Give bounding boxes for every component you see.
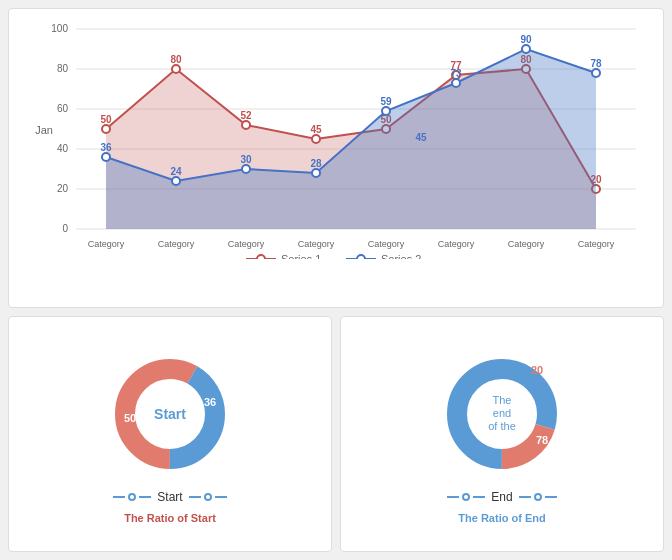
svg-text:80: 80 <box>170 54 182 65</box>
series2-dot <box>102 153 110 161</box>
donut-center-start: Start <box>154 406 186 423</box>
svg-text:20: 20 <box>57 183 69 194</box>
donut-val-78: 78 <box>536 434 548 446</box>
donut-card-end: 20 78 Theendof the End The Ra <box>340 316 664 552</box>
legend-line-left <box>113 496 125 498</box>
svg-point-38 <box>257 255 265 259</box>
svg-text:80: 80 <box>57 63 69 74</box>
donut-end: 20 78 Theendof the <box>432 344 572 484</box>
donut-val-36: 36 <box>204 396 216 408</box>
donut-start: 50 36 Start <box>100 344 240 484</box>
series1-dot <box>242 121 250 129</box>
svg-text:Category: Category <box>578 239 615 249</box>
svg-text:100: 100 <box>51 23 68 34</box>
legend-line-left2 <box>189 496 201 498</box>
svg-point-40 <box>357 255 365 259</box>
series1-dot <box>102 125 110 133</box>
series2-dot <box>172 177 180 185</box>
series2-dot <box>592 69 600 77</box>
series2-dot <box>382 107 390 115</box>
series2-dot <box>522 45 530 53</box>
donut1-legend-label: Start <box>157 490 182 504</box>
legend-line-left4 <box>519 496 531 498</box>
donut-val-50: 50 <box>124 412 136 424</box>
svg-text:0: 0 <box>62 223 68 234</box>
svg-text:60: 60 <box>57 103 69 114</box>
svg-text:Category: Category <box>228 239 265 249</box>
legend-dot-start <box>128 493 136 501</box>
donut2-legend-label: End <box>491 490 512 504</box>
svg-text:50: 50 <box>100 114 112 125</box>
donut1-legend-line2 <box>189 493 227 501</box>
svg-text:59: 59 <box>380 96 392 107</box>
legend-dot-end2 <box>534 493 542 501</box>
legend-dot-end <box>462 493 470 501</box>
y-axis-label: Jan <box>35 124 53 136</box>
donut2-legend: End <box>447 490 556 504</box>
svg-text:36: 36 <box>100 142 112 153</box>
legend-series1: Series 1 <box>281 253 321 259</box>
svg-text:78: 78 <box>590 58 602 69</box>
svg-text:52: 52 <box>240 110 252 121</box>
legend-series2: Series 2 <box>381 253 421 259</box>
svg-text:Category: Category <box>88 239 125 249</box>
chart-area: 100 80 60 40 20 0 Jan Category Category … <box>19 19 653 259</box>
bottom-row: 50 36 Start Start The Ratio o <box>8 316 664 552</box>
svg-text:90: 90 <box>520 34 532 45</box>
svg-text:Category: Category <box>438 239 475 249</box>
main-container: 100 80 60 40 20 0 Jan Category Category … <box>0 0 672 560</box>
top-chart-card: 100 80 60 40 20 0 Jan Category Category … <box>8 8 664 308</box>
series2-dot <box>452 79 460 87</box>
donut-center-end: Theendof the <box>488 394 516 434</box>
legend-line-right2 <box>215 496 227 498</box>
svg-text:Category: Category <box>368 239 405 249</box>
svg-text:45: 45 <box>415 132 427 143</box>
legend-line-right <box>139 496 151 498</box>
svg-text:Category: Category <box>158 239 195 249</box>
svg-text:73: 73 <box>450 68 462 79</box>
donut2-subtitle: The Ratio of End <box>458 512 545 524</box>
legend-dot-start2 <box>204 493 212 501</box>
series1-dot <box>172 65 180 73</box>
donut2-legend-line2 <box>519 493 557 501</box>
legend-line-left3 <box>447 496 459 498</box>
series2-dot <box>242 165 250 173</box>
svg-text:24: 24 <box>170 166 182 177</box>
svg-text:28: 28 <box>310 158 322 169</box>
donut-card-start: 50 36 Start Start The Ratio o <box>8 316 332 552</box>
legend-line-right3 <box>473 496 485 498</box>
series2-dot <box>312 169 320 177</box>
svg-text:Category: Category <box>508 239 545 249</box>
svg-text:45: 45 <box>310 124 322 135</box>
donut1-subtitle: The Ratio of Start <box>124 512 216 524</box>
legend-line-right4 <box>545 496 557 498</box>
svg-text:30: 30 <box>240 154 252 165</box>
main-chart-svg: 100 80 60 40 20 0 Jan Category Category … <box>19 19 653 259</box>
donut2-legend-line <box>447 493 485 501</box>
svg-text:Category: Category <box>298 239 335 249</box>
donut-val-20: 20 <box>531 364 543 376</box>
series1-dot <box>312 135 320 143</box>
donut1-legend: Start <box>113 490 226 504</box>
svg-text:40: 40 <box>57 143 69 154</box>
donut1-legend-line <box>113 493 151 501</box>
